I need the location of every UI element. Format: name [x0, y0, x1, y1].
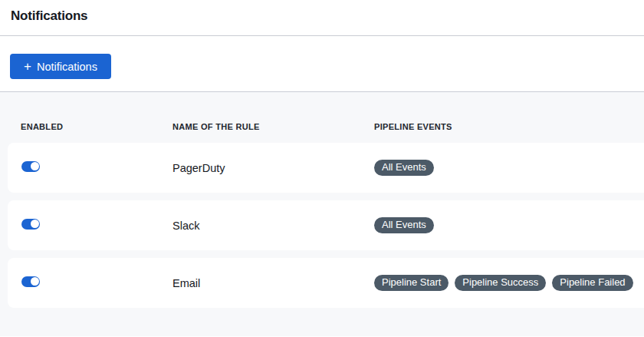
pipeline-events-cell: All Events: [374, 217, 644, 233]
enabled-toggle[interactable]: [21, 276, 40, 287]
rule-name: PagerDuty: [172, 162, 374, 174]
add-notifications-button-label: Notifications: [37, 61, 97, 73]
table-row[interactable]: Slack All Events: [8, 200, 644, 250]
add-notifications-button[interactable]: + Notifications: [10, 54, 111, 79]
pipeline-events-cell: Pipeline Start Pipeline Success Pipeline…: [374, 275, 644, 291]
page-header: Notifications: [0, 0, 644, 35]
toggle-knob: [31, 277, 39, 286]
event-badge: Pipeline Success: [455, 275, 546, 291]
column-header-rule-name: NAME OF THE RULE: [172, 122, 374, 131]
table-row[interactable]: Email Pipeline Start Pipeline Success Pi…: [8, 258, 644, 308]
plus-icon: +: [24, 60, 31, 73]
event-badge: Pipeline Start: [374, 275, 449, 291]
enabled-toggle[interactable]: [21, 219, 40, 230]
column-header-pipeline-events: PIPELINE EVENTS: [374, 122, 644, 131]
column-header-enabled: ENABLED: [8, 122, 172, 131]
toggle-knob: [31, 162, 39, 170]
event-badge: All Events: [374, 217, 434, 233]
event-badge: Pipeline Failed: [552, 275, 632, 291]
enabled-cell: [8, 219, 172, 233]
toggle-knob: [31, 220, 39, 228]
page-title: Notifications: [11, 8, 633, 24]
table-row[interactable]: PagerDuty All Events: [8, 143, 644, 193]
enabled-cell: [8, 276, 172, 290]
pipeline-events-cell: All Events: [374, 160, 644, 176]
table-header-row: ENABLED NAME OF THE RULE PIPELINE EVENTS: [8, 92, 644, 143]
rule-name: Slack: [172, 220, 374, 232]
enabled-toggle[interactable]: [21, 161, 40, 172]
enabled-cell: [8, 161, 172, 175]
notifications-table: ENABLED NAME OF THE RULE PIPELINE EVENTS…: [0, 91, 644, 336]
rule-name: Email: [172, 277, 374, 289]
event-badge: All Events: [374, 160, 434, 176]
toolbar: + Notifications: [0, 36, 644, 91]
